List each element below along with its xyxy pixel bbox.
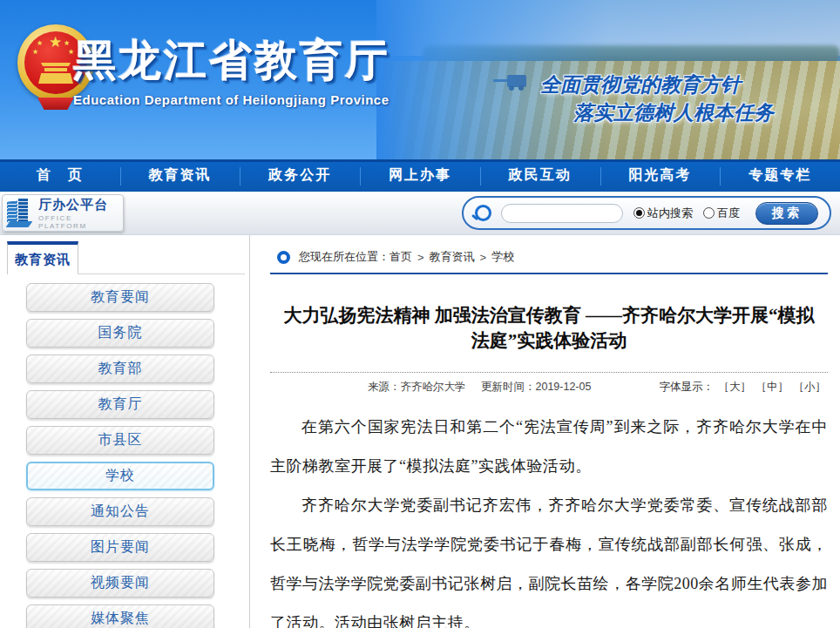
sidebar-item-city-county[interactable]: 市县区 [26,426,214,455]
sidebar-tab-edu-news[interactable]: 教育资讯 [7,241,78,274]
font-size-small[interactable]: ［小］ [794,381,827,393]
article-source: 来源：齐齐哈尔大学 更新时间：2019-12-05 [368,380,591,395]
sidebar-item-video-news[interactable]: 视频要闻 [26,569,214,598]
office-platform-link[interactable]: 厅办公平台 OFFICE PLATFORM [2,194,124,232]
sidebar-item-notices[interactable]: 通知公告 [26,497,214,526]
nav-item-gaokao[interactable]: 阳光高考 [600,159,721,192]
site-subtitle: Education Department of Heilongjiang Pro… [73,92,422,107]
font-size-label: 字体显示： [660,381,715,393]
title-dotted-divider [270,372,828,373]
article-title: 大力弘扬宪法精神 加强法治宣传教育 ——齐齐哈尔大学开展“模拟法庭”实践体验活动 [270,303,828,354]
main-nav: 首 页 教育资讯 政务公开 网上办事 政民互动 阳光高考 专题专栏 [0,159,840,192]
building-icon [5,197,33,229]
nav-item-edu-news[interactable]: 教育资讯 [120,159,240,192]
nav-item-interaction[interactable]: 政民互动 [480,159,600,192]
header-banner: ★ ★★ ★★ 黑龙江省教育厅 Education Department of … [0,0,840,159]
nav-item-home[interactable]: 首 页 [0,159,120,192]
sidebar-item-moe[interactable]: 教育部 [26,355,214,383]
sidebar-menu: 教育要闻 国务院 教育部 教育厅 市县区 学校 通知公告 图片要闻 视频要闻 媒… [26,283,214,628]
sidebar-item-state-council[interactable]: 国务院 [26,319,214,348]
nav-item-online-service[interactable]: 网上办事 [360,159,480,192]
font-size-switcher: 字体显示： ［大］ ［中］ ［小］ [660,380,826,395]
sidebar-tab-divider [78,273,245,274]
toolbar-band: 厅办公平台 OFFICE PLATFORM 站内搜索 百度 搜索 [0,192,840,235]
sidebar-item-edu-dept[interactable]: 教育厅 [26,390,214,419]
office-platform-subtitle: OFFICE PLATFORM [38,214,123,230]
search-scope-group: 站内搜索 百度 [633,206,750,221]
font-size-medium[interactable]: ［中］ [756,381,789,393]
radio-site-search-icon[interactable] [633,207,645,219]
page: { "header": { "site_title": "黑龙江省教育厅", "… [0,0,840,628]
breadcrumb-edu-news[interactable]: 教育资讯 [430,249,475,265]
sidebar-item-schools[interactable]: 学校 [26,462,214,490]
search-bar: 站内搜索 百度 搜索 [462,196,831,230]
article-paragraph: 在第六个国家宪法日和第二个“宪法宣传周”到来之际，齐齐哈尔大学在中主阶梯教室开展… [270,408,828,486]
slogan-line-1: 全面贯彻党的教育方针 [540,71,741,98]
sidebar-item-edu-highlights[interactable]: 教育要闻 [26,283,214,312]
radio-site-search-label[interactable]: 站内搜索 [647,206,693,221]
breadcrumb-separator: > [480,251,487,264]
search-button[interactable]: 搜索 [755,202,818,225]
sidebar-item-media-focus[interactable]: 媒体聚焦 [26,604,214,628]
office-platform-title: 厅办公平台 [38,197,123,213]
slogan-line-2: 落实立德树人根本任务 [573,99,774,126]
breadcrumb-home[interactable]: 首页 [390,249,412,265]
breadcrumb: 您现在所在位置： 首页 > 教育资讯 > 学校 [277,249,514,265]
nav-item-gov-open[interactable]: 政务公开 [240,159,360,192]
breadcrumb-dot-icon [277,251,290,264]
main-content: 您现在所在位置： 首页 > 教育资讯 > 学校 大力弘扬宪法精神 加强法治宣传教… [250,235,840,628]
radio-baidu-search-icon[interactable] [703,207,715,219]
breadcrumb-separator: > [417,251,424,264]
breadcrumb-prefix: 您现在所在位置： [299,249,390,265]
sidebar-item-photo-news[interactable]: 图片要闻 [26,533,214,562]
search-icon [475,205,491,221]
article-body: 在第六个国家宪法日和第二个“宪法宣传周”到来之际，齐齐哈尔大学在中主阶梯教室开展… [270,408,828,628]
article-paragraph: 齐齐哈尔大学党委副书记齐宏伟，齐齐哈尔大学党委常委、宣传统战部部长王晓梅，哲学与… [270,486,828,628]
breadcrumb-schools[interactable]: 学校 [491,249,514,265]
site-logo[interactable]: 黑龙江省教育厅 Education Department of Heilongj… [73,30,422,107]
radio-baidu-search[interactable]: 百度 [703,206,740,221]
sidebar: 教育资讯 教育要闻 国务院 教育部 教育厅 市县区 学校 通知公告 图片要闻 视… [0,235,250,628]
radio-site-search[interactable]: 站内搜索 [633,206,693,221]
breadcrumb-rule [270,273,828,274]
article-meta: 来源：齐齐哈尔大学 更新时间：2019-12-05 字体显示： ［大］ ［中］ … [270,378,828,395]
font-size-large[interactable]: ［大］ [719,381,752,393]
nav-item-special[interactable]: 专题专栏 [720,159,840,192]
search-input[interactable] [501,204,623,223]
radio-baidu-search-label[interactable]: 百度 [717,206,740,221]
site-title: 黑龙江省教育厅 [73,30,422,91]
